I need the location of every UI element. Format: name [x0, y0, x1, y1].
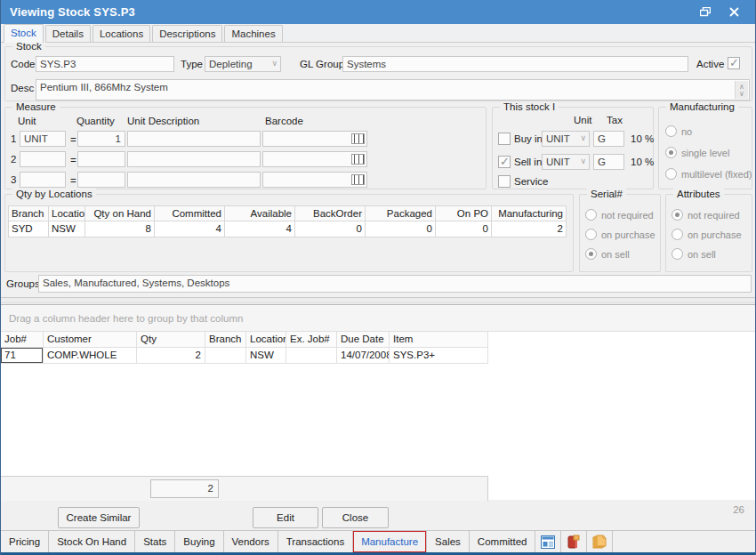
bottom-tab-sales[interactable]: Sales — [427, 531, 470, 552]
barcode-icon[interactable] — [351, 154, 365, 165]
type-dropdown[interactable]: Depleting ∨ — [205, 56, 281, 72]
bottom-tab-vendors[interactable]: Vendors — [224, 531, 278, 552]
tab-descriptions[interactable]: Descriptions — [152, 25, 222, 42]
column-header[interactable]: Qty on Hand — [85, 205, 155, 221]
attributes-option-not-required[interactable]: not required — [672, 209, 740, 221]
tab-locations[interactable]: Locations — [92, 25, 150, 42]
grid-footer: 2 — [1, 476, 488, 501]
column-header[interactable]: Locatio — [49, 205, 85, 221]
measure-barcode-field[interactable] — [262, 151, 367, 167]
column-header[interactable]: Committed — [155, 205, 225, 221]
cell-location[interactable]: NSW — [49, 221, 85, 237]
bottom-tab-buying[interactable]: Buying — [175, 531, 223, 552]
desc-field[interactable]: Pentium III, 866Mhz System ∧∨ — [36, 79, 750, 101]
barcode-icon[interactable] — [351, 174, 365, 185]
cell-branch[interactable]: SYD — [8, 221, 49, 237]
attributes-option-on-sell[interactable]: on sell — [672, 248, 716, 260]
serial-option-on-sell[interactable]: on sell — [585, 248, 630, 260]
column-header[interactable]: Packaged — [366, 205, 436, 221]
cell-location[interactable]: NSW — [246, 348, 286, 364]
cell-packaged[interactable]: 0 — [366, 221, 436, 237]
group-by-band[interactable]: Drag a column header here to group by th… — [1, 305, 755, 332]
cell-qty-on-hand[interactable]: 8 — [85, 221, 155, 237]
column-header[interactable]: Manufacturing — [492, 205, 567, 221]
column-header[interactable]: BackOrder — [295, 205, 366, 221]
column-header-due-date[interactable]: Due Date — [337, 332, 390, 348]
cell-committed[interactable]: 4 — [155, 221, 225, 237]
measure-quantity-field[interactable] — [77, 172, 125, 188]
serial-option-on-purchase[interactable]: on purchase — [585, 229, 655, 240]
jobs-grid-data-row[interactable]: 71 COMP.WHOLE 2 NSW 14/07/2008 SYS.P3+ — [1, 348, 755, 364]
sell-tax-field[interactable]: G — [593, 154, 624, 170]
cell-on-po[interactable]: 0 — [436, 221, 492, 237]
cell-customer[interactable]: COMP.WHOLE — [44, 348, 137, 364]
measure-description-field[interactable] — [127, 131, 261, 147]
edit-button[interactable]: Edit — [253, 507, 318, 528]
buy-unit-dropdown[interactable]: UNIT ∨ — [542, 131, 590, 147]
restore-button[interactable] — [691, 0, 720, 24]
measure-description-field[interactable] — [127, 151, 261, 167]
bottom-tab-transactions[interactable]: Transactions — [278, 531, 353, 552]
barcode-icon[interactable] — [351, 133, 365, 144]
column-header-customer[interactable]: Customer — [44, 332, 137, 348]
cell-available[interactable]: 4 — [225, 221, 295, 237]
active-checkbox[interactable] — [728, 57, 740, 69]
buy-tax-field[interactable]: G — [593, 131, 624, 147]
attributes-option-on-purchase[interactable]: on purchase — [672, 229, 742, 240]
desc-spinner[interactable]: ∧∨ — [735, 81, 748, 99]
cell-due-date[interactable]: 14/07/2008 — [337, 348, 390, 364]
copy-documents-button[interactable] — [587, 531, 613, 552]
cell-backorder[interactable]: 0 — [295, 221, 366, 237]
manufacturing-option-multilevel[interactable]: multilevel (fixed) — [665, 168, 752, 180]
measure-unit-field[interactable] — [20, 151, 66, 167]
sell-unit-dropdown[interactable]: UNIT ∨ — [542, 154, 590, 170]
column-header[interactable]: On PO — [436, 205, 492, 221]
manufacturing-option-no[interactable]: no — [665, 125, 692, 137]
cell-ex-job[interactable] — [286, 348, 337, 364]
groups-field[interactable]: Sales, Manufactured, Systems, Desktops — [38, 275, 752, 293]
sell-in-checkbox[interactable] — [498, 156, 511, 168]
measure-barcode-field[interactable] — [262, 131, 367, 147]
manufacturing-option-single-level[interactable]: single level — [665, 147, 729, 158]
tab-details[interactable]: Details — [45, 25, 91, 42]
bottom-tab-manufacture[interactable]: Manufacture — [353, 531, 427, 552]
measure-unit-field[interactable]: UNIT — [20, 131, 66, 147]
gl-group-field[interactable]: Systems — [342, 56, 688, 72]
cell-job-number[interactable]: 71 — [1, 348, 44, 364]
serial-option-not-required[interactable]: not required — [585, 209, 654, 221]
measure-unit-field[interactable] — [20, 172, 66, 188]
bottom-tab-stock-on-hand[interactable]: Stock On Hand — [49, 531, 135, 552]
code-field[interactable]: SYS.P3 — [36, 56, 174, 72]
tab-machines[interactable]: Machines — [224, 25, 282, 42]
cell-qty[interactable]: 2 — [137, 348, 205, 364]
tab-stock[interactable]: Stock — [4, 24, 44, 43]
bottom-tab-stats[interactable]: Stats — [135, 531, 175, 552]
service-checkbox[interactable] — [498, 175, 511, 188]
buy-in-checkbox[interactable] — [498, 133, 511, 145]
close-button-footer[interactable]: Close — [322, 507, 389, 528]
cell-manufacturing[interactable]: 2 — [492, 221, 567, 237]
create-similar-button[interactable]: Create Similar — [58, 507, 140, 528]
column-header-ex-job[interactable]: Ex. Job# — [286, 332, 337, 348]
column-header[interactable]: Available — [225, 205, 295, 221]
column-header-qty[interactable]: Qty — [137, 332, 205, 348]
journal-button[interactable] — [561, 531, 587, 552]
column-header[interactable]: Branch — [8, 205, 49, 221]
bottom-tab-committed[interactable]: Committed — [470, 531, 536, 552]
measure-barcode-field[interactable] — [262, 172, 367, 188]
copy-stack-icon — [592, 535, 607, 549]
qty-locations-data-row[interactable]: SYD NSW 8 4 4 0 0 0 2 — [8, 221, 567, 237]
column-header-item[interactable]: Item — [390, 332, 488, 348]
restore-icon — [700, 7, 711, 17]
cell-branch[interactable] — [205, 348, 246, 364]
measure-description-field[interactable] — [127, 172, 261, 188]
measure-quantity-field[interactable] — [77, 151, 125, 167]
column-header-branch[interactable]: Branch — [205, 332, 246, 348]
column-header-location[interactable]: Location — [246, 332, 286, 348]
cell-item[interactable]: SYS.P3+ — [390, 348, 488, 364]
bottom-tab-pricing[interactable]: Pricing — [1, 531, 49, 552]
measure-quantity-field[interactable]: 1 — [77, 131, 125, 147]
column-header-job[interactable]: Job# — [1, 332, 44, 348]
report-view-button[interactable] — [535, 531, 561, 552]
close-button[interactable] — [720, 0, 748, 24]
